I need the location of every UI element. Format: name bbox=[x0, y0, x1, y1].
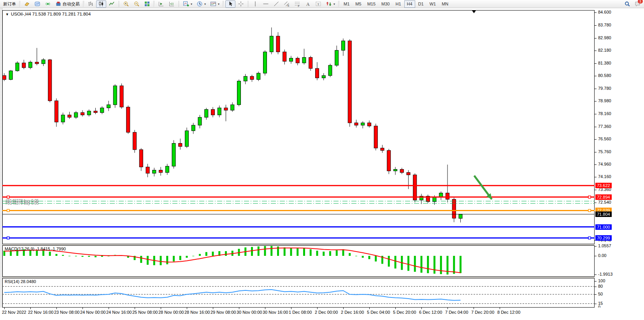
time-tick-label: 28 Nov 16:00 bbox=[184, 310, 210, 315]
periods-button[interactable]: ▾ bbox=[195, 0, 208, 8]
macd-tick-label: 1.0557 bbox=[598, 243, 611, 248]
chevron-down-icon[interactable]: ▾ bbox=[191, 2, 192, 6]
price-tick bbox=[595, 164, 597, 165]
chat-button[interactable]: 1 bbox=[633, 0, 643, 8]
autotrading-button[interactable]: 自动交易 bbox=[53, 0, 82, 8]
price-tick-label: 74.960 bbox=[598, 162, 611, 166]
collapse-arrow-icon[interactable]: ▼ bbox=[5, 12, 9, 16]
new-order-button[interactable]: 新订单 bbox=[1, 0, 18, 8]
tf-mn[interactable]: MN bbox=[439, 0, 451, 8]
tf-h1[interactable]: H1 bbox=[393, 0, 404, 8]
tf-w1[interactable]: W1 bbox=[427, 0, 439, 8]
price-flag-label: 71.000 bbox=[595, 224, 612, 230]
line-handle[interactable] bbox=[588, 237, 591, 239]
line-handle[interactable] bbox=[588, 209, 591, 212]
signals-button[interactable] bbox=[43, 0, 53, 8]
zoom-in-icon bbox=[123, 1, 129, 7]
channel-button[interactable]: E bbox=[282, 0, 292, 8]
time-tick bbox=[161, 308, 161, 309]
chevron-down-icon[interactable]: ▾ bbox=[204, 2, 206, 6]
search-button[interactable] bbox=[622, 0, 632, 8]
book-icon bbox=[24, 1, 30, 7]
text-button[interactable]: A bbox=[303, 0, 313, 8]
tile-windows-icon bbox=[144, 1, 150, 7]
price-tick-label: 84.600 bbox=[598, 10, 611, 14]
price-tick-label: 81.380 bbox=[598, 61, 611, 65]
chart-title: ▼USOil-,H4 71.538 71.809 71.281 71.804 bbox=[5, 12, 91, 16]
line-chart-button[interactable] bbox=[107, 0, 117, 8]
hline-icon bbox=[263, 1, 269, 7]
bar-chart-button[interactable] bbox=[86, 0, 96, 8]
tf-m15[interactable]: M15 bbox=[365, 0, 378, 8]
toolbar: 新订单自动交易▾▾▾EFAT▾M1M5M15M30H1H4D1W1MN1 bbox=[0, 0, 644, 8]
fibonacci-button[interactable]: F bbox=[292, 0, 302, 8]
rsi-tick-label: 50 bbox=[598, 292, 603, 296]
time-tick-label: 24 Nov 16:00 bbox=[106, 310, 132, 315]
chevron-down-icon[interactable]: ▾ bbox=[333, 2, 335, 6]
line-handle[interactable] bbox=[7, 196, 9, 198]
tf-m30-label: M30 bbox=[381, 2, 390, 6]
time-tick-label: 1 Dec 08:00 bbox=[289, 310, 312, 315]
line-handle[interactable] bbox=[7, 209, 9, 212]
symbol-ohlc-text: USOil-,H4 71.538 71.809 71.281 71.804 bbox=[11, 12, 91, 16]
zoom-in-button[interactable] bbox=[121, 0, 131, 8]
rsi-label: RSI(14) 28.0480 bbox=[5, 279, 36, 284]
crosshair-button[interactable] bbox=[236, 0, 246, 8]
text-icon: A bbox=[305, 1, 311, 7]
chart-shift-marker[interactable] bbox=[472, 10, 476, 13]
tf-m15-label: M15 bbox=[367, 2, 376, 6]
price-tick bbox=[595, 51, 597, 51]
macd-pane[interactable] bbox=[2, 245, 595, 277]
price-tick-label: 75.760 bbox=[598, 149, 611, 154]
price-chart-pane[interactable]: #8149278 buy 0.05#8149279 buy 0.05 bbox=[2, 10, 595, 244]
rsi-pane[interactable] bbox=[2, 278, 595, 308]
price-tick bbox=[595, 38, 597, 38]
vline-button[interactable] bbox=[250, 0, 260, 8]
price-tick-label: 77.360 bbox=[598, 124, 611, 129]
tf-m30[interactable]: M30 bbox=[379, 0, 392, 8]
trendline-button[interactable] bbox=[271, 0, 281, 8]
chevron-down-icon[interactable]: ▾ bbox=[218, 2, 219, 6]
indicators-button[interactable]: ▾ bbox=[181, 0, 194, 8]
tile-windows-button[interactable] bbox=[142, 0, 152, 8]
line-chart-icon bbox=[109, 1, 115, 7]
rsi-tick-label: 80 bbox=[598, 284, 603, 289]
time-tick bbox=[109, 308, 109, 309]
price-flag-label: 72.894 bbox=[595, 194, 612, 200]
price-axis[interactable]: 84.60083.78082.98082.18081.38080.58079.7… bbox=[595, 8, 644, 315]
time-tick bbox=[500, 308, 500, 309]
tf-m5[interactable]: M5 bbox=[353, 0, 364, 8]
line-handle[interactable] bbox=[7, 237, 9, 239]
notification-badge: 1 bbox=[638, 0, 643, 3]
price-tick-label: 76.560 bbox=[598, 136, 611, 141]
templates-button[interactable]: ▾ bbox=[208, 0, 221, 8]
terminal-button[interactable] bbox=[32, 0, 42, 8]
zoom-out-button[interactable] bbox=[132, 0, 142, 8]
time-tick-label: 7 Dec 04:00 bbox=[445, 310, 468, 315]
auto-scroll-button[interactable] bbox=[156, 0, 166, 8]
time-tick-label: 22 Nov 2022 bbox=[2, 310, 26, 315]
time-tick bbox=[30, 308, 31, 309]
price-flag-label: 70.299 bbox=[595, 235, 612, 241]
tf-m1[interactable]: M1 bbox=[341, 0, 352, 8]
time-tick bbox=[369, 308, 370, 309]
fibo-icon: F bbox=[294, 1, 300, 7]
macd-tick-label: -1.9913 bbox=[598, 272, 612, 276]
label-button[interactable]: T bbox=[313, 0, 323, 8]
cursor-button[interactable] bbox=[225, 0, 235, 8]
hline-button[interactable] bbox=[261, 0, 271, 8]
tf-h4[interactable]: H4 bbox=[404, 0, 415, 8]
tf-d1[interactable]: D1 bbox=[416, 0, 426, 8]
candlestick-button[interactable] bbox=[96, 0, 106, 8]
time-tick bbox=[395, 308, 396, 309]
time-tick bbox=[474, 308, 474, 309]
tf-w1-label: W1 bbox=[430, 2, 436, 6]
chart-shift-button[interactable] bbox=[167, 0, 177, 8]
arrows-button[interactable]: ▾ bbox=[324, 0, 337, 8]
template-icon bbox=[210, 1, 216, 7]
time-axis[interactable]: 22 Nov 202222 Nov 16:0023 Nov 08:0024 No… bbox=[0, 308, 644, 320]
book-button[interactable] bbox=[22, 0, 32, 8]
line-handle[interactable] bbox=[588, 196, 591, 198]
time-tick bbox=[421, 308, 422, 309]
time-tick bbox=[291, 308, 291, 309]
